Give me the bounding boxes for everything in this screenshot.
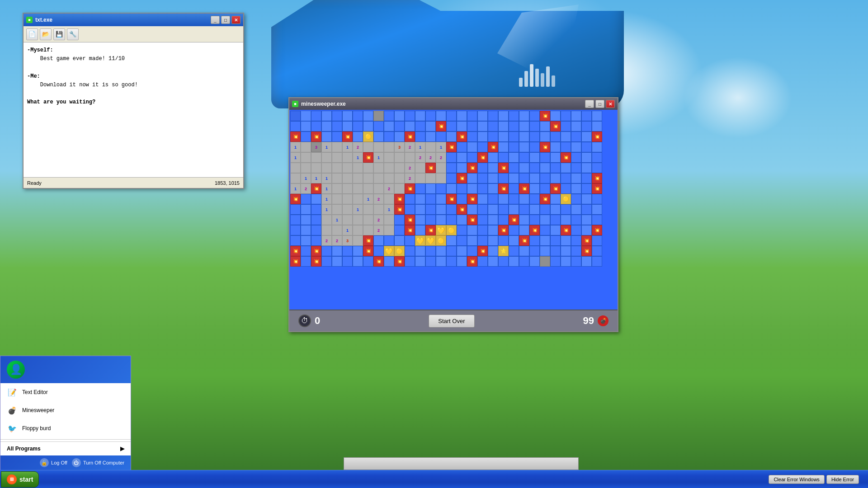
txt-content: -Myself: Best game ever made! 11/10 -Me:… [24, 42, 243, 177]
txt-line-5: What are you waiting? [27, 98, 240, 107]
ms-window-controls: _ □ ✕ [585, 100, 615, 108]
txt-statusbar: Ready 1853, 1015 [24, 177, 243, 188]
ms-row-11: 1 2 💥 💥 💥 [290, 215, 617, 225]
ms-row-8: 1 2 💥 1 2 💥 [290, 183, 617, 194]
ms-timer-icon: ⏱ [298, 314, 311, 327]
txt-status-text: Ready [27, 180, 42, 186]
ms-titlebar: ■ minesweeper.exe _ □ ✕ [289, 98, 618, 110]
text-editor-icon: 📝 [7, 387, 18, 398]
start-windows-icon: ⊞ [7, 474, 17, 484]
txt-properties-btn[interactable]: 🔧 [67, 28, 79, 40]
txt-editor-window: ■ txt.exe _ □ ✕ 📄 📂 💾 🔧 -Myself: Best ga… [23, 13, 244, 189]
ms-row-13: 2 2 3 💥 💛 💛 🟡 [290, 235, 617, 246]
ms-row-7: 1 1 1 2 💥 [290, 173, 617, 183]
ms-row-6: 2 💥 💥 💥 [290, 163, 617, 173]
taskbar-error-buttons: Clear Error Windows Hide Error [769, 475, 859, 484]
ms-row-14: 💥 💥 💥 💛 🟡 [290, 246, 617, 256]
start-menu-divider [0, 439, 131, 440]
clear-error-windows-btn[interactable]: Clear Error Windows [769, 475, 824, 484]
start-button[interactable]: ⊞ start [1, 471, 39, 488]
start-label: start [19, 476, 33, 483]
taskbar: ⊞ start Clear Error Windows Hide Error [0, 470, 868, 488]
ms-start-over-btn[interactable]: Start Over [429, 314, 474, 328]
txt-minimize-btn[interactable]: _ [211, 16, 220, 24]
ms-row-3: 💥 💥 💥 🟡 💥 💥 [290, 131, 617, 142]
desktop: ■ txt.exe _ □ ✕ 📄 📂 💾 🔧 -Myself: Best ga… [0, 0, 868, 488]
txt-close-btn[interactable]: ✕ [231, 16, 241, 24]
floppy-burd-label: Floppy burd [22, 425, 51, 432]
start-menu-header: 👤 [0, 356, 131, 383]
taskbar-tray: Clear Error Windows Hide Error [763, 475, 868, 484]
txt-window-controls: _ □ ✕ [211, 16, 241, 24]
ms-row-9: 💥 1 1 2 💥 💥 💥 [290, 194, 617, 204]
txt-open-btn[interactable]: 📂 [40, 28, 52, 40]
txt-line-1: -Myself: [27, 46, 240, 55]
ms-row-2: 💥 💥 [290, 121, 617, 131]
bottom-window-bar [344, 457, 579, 470]
txt-coordinates: 1853, 1015 [215, 180, 240, 186]
start-menu-item-minesweeper[interactable]: 💣 Minesweeper [0, 401, 131, 419]
start-menu-item-text-editor[interactable]: 📝 Text Editor [0, 383, 131, 401]
text-editor-label: Text Editor [22, 389, 48, 395]
txt-maximize-btn[interactable]: □ [221, 16, 230, 24]
ms-row-10: 1 1 1 💥 💥 [290, 204, 617, 215]
ms-bottom-bar: ⏱ 0 Start Over 99 💣 [289, 310, 618, 331]
log-off-icon: 🔓 [40, 458, 49, 467]
hide-error-btn[interactable]: Hide Error [826, 475, 859, 484]
ms-mine-count-value: 99 [583, 315, 594, 327]
ms-mine-icon: 💣 [598, 315, 609, 326]
txt-new-btn[interactable]: 📄 [26, 28, 38, 40]
ms-game-area: 💥 [289, 110, 618, 331]
turn-off-btn[interactable]: ⏻ Turn Off Computer [72, 458, 124, 467]
ms-maximize-btn[interactable]: □ [595, 100, 604, 108]
ms-mines-counter: 99 💣 [583, 315, 609, 327]
start-menu-footer: 🔓 Log Off ⏻ Turn Off Computer [0, 455, 131, 470]
start-menu-avatar: 👤 [7, 361, 25, 379]
start-menu-all-programs[interactable]: All Programs ▶ [0, 441, 131, 455]
ms-row-12: 1 2 💥 💥 💛 🟡 💥 [290, 225, 617, 235]
ms-row-1: 💥 [290, 111, 617, 121]
txt-line-2: Best game ever made! 11/10 [27, 55, 240, 63]
floppy-burd-icon: 🐦 [7, 423, 18, 434]
log-off-btn[interactable]: 🔓 Log Off [40, 458, 67, 467]
start-menu-body: 📝 Text Editor 💣 Minesweeper 🐦 Floppy bur… [0, 383, 131, 455]
ms-grid-container[interactable]: 💥 [289, 110, 618, 310]
txt-save-btn[interactable]: 💾 [53, 28, 65, 40]
txt-title-icon: ■ [26, 17, 33, 23]
ms-row-5: 1 1 💥 1 2 2 2 [290, 152, 617, 163]
ms-timer-value: 0 [315, 315, 320, 327]
txt-toolbar: 📄 📂 💾 🔧 [24, 26, 243, 42]
ms-title-label: minesweeper.exe [301, 101, 582, 107]
start-menu-item-floppy-burd[interactable]: 🐦 Floppy burd [0, 419, 131, 437]
log-off-label: Log Off [51, 460, 67, 465]
txt-titlebar: ■ txt.exe _ □ ✕ [24, 14, 243, 26]
turn-off-label: Turn Off Computer [83, 460, 124, 465]
txt-line-4: Download it now it is so good! [27, 81, 240, 89]
ms-start-over-container: Start Over [329, 314, 574, 328]
all-programs-label: All Programs [7, 446, 41, 452]
start-menu: 👤 📝 Text Editor 💣 Minesweeper 🐦 Floppy b… [0, 356, 131, 470]
ms-close-btn[interactable]: ✕ [606, 100, 615, 108]
minesweeper-label: Minesweeper [22, 407, 54, 413]
all-programs-arrow: ▶ [120, 446, 124, 452]
ms-timer: ⏱ 0 [298, 314, 320, 327]
ms-title-icon: ■ [292, 101, 298, 107]
sound-wave-icon [515, 59, 570, 90]
turn-off-icon: ⏻ [72, 458, 81, 467]
minesweeper-window: ■ minesweeper.exe _ □ ✕ [288, 97, 618, 332]
ms-row-15: 💥 💥 💥 💥 💥 [290, 256, 617, 267]
txt-line-3: -Me: [27, 72, 240, 81]
txt-title-label: txt.exe [35, 17, 208, 23]
ms-row-4: 1 3 1 1 2 3 2 1 1 💥 [290, 142, 617, 152]
ms-minimize-btn[interactable]: _ [585, 100, 594, 108]
minesweeper-icon: 💣 [7, 405, 18, 416]
